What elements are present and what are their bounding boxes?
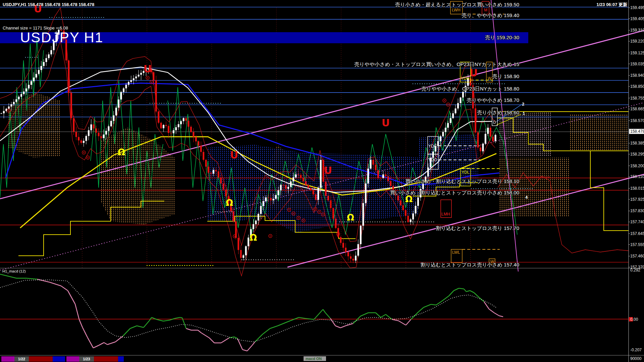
current-price-tag: 158.478 bbox=[629, 129, 644, 134]
price-annotation: 買い小さめ・割り込むとストップロス売り小さめ 158.00 bbox=[390, 190, 519, 196]
price-axis-label: 158.295 bbox=[630, 152, 644, 157]
level-box-label: LMH bbox=[441, 212, 450, 217]
price-annotation: 売り 158.90 bbox=[492, 73, 519, 80]
price-axis-label: 158.755 bbox=[630, 96, 644, 101]
updated-timestamp: 1/23 06:07 更新 bbox=[596, 2, 627, 8]
volume-label: 90000 bbox=[630, 356, 641, 361]
price-axis-label: 157.740 bbox=[630, 220, 644, 224]
price-axis-label: 159.125 bbox=[630, 51, 644, 55]
level-box-label: YDC bbox=[428, 144, 437, 148]
price-axis-label: 158.015 bbox=[630, 186, 644, 191]
banner-title: USDJPY H1 bbox=[20, 29, 103, 46]
ichimoku-cloud bbox=[101, 127, 174, 225]
price-annotation: 割り込むとストップロス売り小さめ 157.40 bbox=[421, 262, 519, 268]
macd-axis-label: -0.207 bbox=[630, 348, 642, 352]
price-axis-label: 159.035 bbox=[630, 62, 644, 66]
price-axis-label: 158.665 bbox=[630, 107, 644, 111]
price-axis-label: 157.645 bbox=[630, 231, 644, 236]
ichimoku-cloud bbox=[570, 115, 629, 151]
price-annotation: 売り小さめ 158.60 bbox=[477, 110, 519, 116]
price-annotation: 売りやや小さめ、OP23日NYカット 158.80 bbox=[421, 86, 519, 92]
price-axis-label: 158.570 bbox=[630, 118, 644, 123]
level-box-label: LWL bbox=[452, 250, 460, 255]
session-date-label: 1/22 bbox=[18, 357, 25, 361]
level-box-label: W bbox=[488, 76, 491, 81]
price-axis-label: 159.310 bbox=[630, 28, 644, 33]
signal-omega-icon: Ω bbox=[118, 147, 125, 157]
price-axis-label: 158.385 bbox=[630, 141, 644, 145]
price-annotation: 売りやや小さめ・ストップロス買い小さめ、OP23日NYカット大きめ 15 bbox=[354, 61, 519, 68]
symbol-info: USDJPY,H1 158.478 158.478 158.478 158.47… bbox=[3, 2, 94, 7]
price-axis-label: 157.555 bbox=[630, 242, 644, 247]
level-box-label: M bbox=[484, 8, 487, 12]
price-axis-label: 157.925 bbox=[630, 197, 644, 202]
signal-omega-icon: Ω bbox=[347, 213, 354, 223]
price-annotation: 売り、やや小さめ 159.40 bbox=[462, 12, 519, 19]
ichimoku-cloud bbox=[500, 112, 552, 157]
session-date-label: 1/23 bbox=[83, 357, 90, 361]
level-box-label: YDH bbox=[461, 76, 469, 81]
signal-u-icon: U bbox=[144, 63, 152, 75]
price-annotation: 売り小さめ・超えるとストップロス買い小さめ 159.50 bbox=[395, 2, 519, 8]
price-axis-label: 158.850 bbox=[630, 84, 644, 89]
price-axis-label: 158.200 bbox=[630, 164, 644, 168]
pivot-number: 2 bbox=[522, 102, 524, 107]
price-annotation: 買い小さめ・割り込むとストップロス売り 158.10 bbox=[405, 178, 519, 185]
level-box-label: D bbox=[493, 120, 496, 125]
price-axis-label: 159.495 bbox=[630, 5, 644, 10]
price-axis-label: 157.830 bbox=[630, 208, 644, 213]
price-annotation: 売りやや小さめ 158.70 bbox=[467, 97, 519, 104]
signal-u-icon: U bbox=[382, 117, 390, 129]
signal-omega-icon: Ω bbox=[250, 233, 257, 243]
level-box-label: LWH bbox=[452, 8, 461, 12]
price-axis-label: 157.460 bbox=[630, 254, 644, 258]
price-annotation: 割り込むとストップロス売り 157.70 bbox=[436, 225, 519, 232]
price-annotation: 売り 159.20-30 bbox=[485, 35, 519, 41]
pivot-number: 1 bbox=[523, 111, 525, 116]
price-axis-label: 158.110 bbox=[630, 174, 644, 179]
price-axis-label: 159.220 bbox=[630, 39, 644, 44]
trading-chart-window: UUUUUUΩΩΩΩΩ USDJPY,H1 158.478 158.478 15… bbox=[0, 0, 644, 362]
level-box-label: YDL bbox=[462, 170, 469, 175]
price-axis-label: 158.940 bbox=[630, 73, 644, 78]
pivot-number: 4 bbox=[525, 195, 528, 200]
macd-toggle[interactable]: macd ON bbox=[306, 357, 322, 361]
level-box-label: YDO bbox=[428, 158, 437, 162]
price-axis-label: 159.405 bbox=[630, 16, 644, 21]
signal-u-icon: U bbox=[230, 149, 238, 161]
level-box-label: W bbox=[490, 259, 494, 264]
indicator-label: H1_macd (12) bbox=[2, 269, 26, 273]
signal-u-icon: U bbox=[324, 165, 332, 176]
macd-axis-label: 0.00 bbox=[630, 317, 638, 322]
chart-canvas[interactable]: UUUUUUΩΩΩΩΩ bbox=[0, 0, 644, 362]
macd-axis-label: 0.292 bbox=[630, 268, 640, 273]
signal-omega-icon: Ω bbox=[226, 198, 233, 208]
